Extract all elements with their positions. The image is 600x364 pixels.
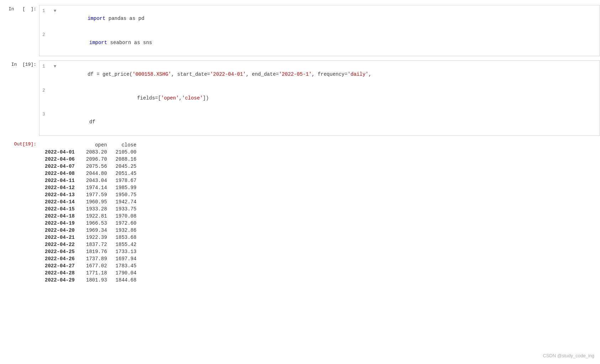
close-cell: 2045.25 <box>113 163 142 170</box>
open-cell: 1933.28 <box>83 205 113 213</box>
date-cell: 2022-04-29 <box>42 277 83 284</box>
date-cell: 2022-04-25 <box>42 248 83 255</box>
open-cell: 1737.89 <box>83 255 113 262</box>
dataframe-table: open close 2022-04-01 2083.20 2105.00 20… <box>42 141 142 284</box>
date-cell: 2022-04-18 <box>42 213 83 220</box>
date-cell: 2022-04-08 <box>42 170 83 177</box>
code-line: 3 df <box>42 110 597 134</box>
date-cell: 2022-04-14 <box>42 198 83 205</box>
table-row: 2022-04-18 1922.81 1970.08 <box>42 213 142 220</box>
cell-1: In [ ]: 1 ▼ import pandas as pd 2 import… <box>0 4 600 58</box>
close-cell: 1697.94 <box>113 255 142 262</box>
date-cell: 2022-04-13 <box>42 191 83 198</box>
code-line: 2 import seaborn as sns <box>42 31 597 54</box>
close-cell: 1853.68 <box>113 234 142 241</box>
open-cell: 1819.76 <box>83 248 113 255</box>
output-label: Out[19]: <box>0 140 39 147</box>
date-cell: 2022-04-07 <box>42 163 83 170</box>
open-cell: 2096.70 <box>83 156 113 163</box>
close-cell: 1933.75 <box>113 205 142 213</box>
notebook: In [ ]: 1 ▼ import pandas as pd 2 import… <box>0 0 600 291</box>
date-cell: 2022-04-12 <box>42 184 83 191</box>
table-header-row: open close <box>42 141 142 149</box>
open-cell: 1922.81 <box>83 213 113 220</box>
date-cell: 2022-04-20 <box>42 227 83 234</box>
open-cell: 1837.72 <box>83 241 113 248</box>
close-cell: 2105.00 <box>113 149 142 156</box>
close-cell: 1783.45 <box>113 262 142 269</box>
watermark: CSDN @study_code_ing <box>543 353 594 358</box>
output-cell: Out[19]: open close 2022-04-01 2083.20 2… <box>0 139 600 287</box>
open-cell: 2083.20 <box>83 149 113 156</box>
close-cell: 1855.42 <box>113 241 142 248</box>
table-row: 2022-04-21 1922.39 1853.68 <box>42 234 142 241</box>
table-row: 2022-04-22 1837.72 1855.42 <box>42 241 142 248</box>
table-row: 2022-04-25 1819.76 1733.13 <box>42 248 142 255</box>
close-cell: 1942.74 <box>113 198 142 205</box>
collapse-arrow-2[interactable]: ▼ <box>54 63 56 70</box>
close-cell: 1932.86 <box>113 227 142 234</box>
date-cell: 2022-04-27 <box>42 262 83 269</box>
close-cell: 1978.67 <box>113 177 142 184</box>
table-row: 2022-04-29 1801.93 1844.68 <box>42 277 142 284</box>
date-cell: 2022-04-19 <box>42 220 83 227</box>
close-cell: 1950.75 <box>113 191 142 198</box>
close-cell: 2051.45 <box>113 170 142 177</box>
open-cell: 1771.18 <box>83 269 113 277</box>
date-cell: 2022-04-21 <box>42 234 83 241</box>
output-area: open close 2022-04-01 2083.20 2105.00 20… <box>39 140 142 285</box>
close-cell: 1844.68 <box>113 277 142 284</box>
close-cell: 1790.04 <box>113 269 142 277</box>
close-cell: 1985.99 <box>113 184 142 191</box>
date-cell: 2022-04-22 <box>42 241 83 248</box>
table-row: 2022-04-01 2083.20 2105.00 <box>42 149 142 156</box>
open-cell: 2044.80 <box>83 170 113 177</box>
date-cell: 2022-04-06 <box>42 156 83 163</box>
table-row: 2022-04-07 2075.56 2045.25 <box>42 163 142 170</box>
table-row: 2022-04-27 1677.02 1783.45 <box>42 262 142 269</box>
cell-2-label: In [19]: <box>0 60 39 67</box>
open-cell: 1977.59 <box>83 191 113 198</box>
date-cell: 2022-04-28 <box>42 269 83 277</box>
open-cell: 2043.04 <box>83 177 113 184</box>
cell-1-label: In [ ]: <box>0 5 39 12</box>
open-cell: 1974.14 <box>83 184 113 191</box>
table-row: 2022-04-15 1933.28 1933.75 <box>42 205 142 213</box>
close-cell: 1972.60 <box>113 220 142 227</box>
table-row: 2022-04-19 1966.53 1972.60 <box>42 220 142 227</box>
cell-2: In [19]: 1 ▼ df = get_price('000158.XSHG… <box>0 59 600 137</box>
date-cell: 2022-04-01 <box>42 149 83 156</box>
code-line: 1 ▼ df = get_price('000158.XSHG', start_… <box>42 62 597 86</box>
open-cell: 1801.93 <box>83 277 113 284</box>
close-cell: 1970.08 <box>113 213 142 220</box>
code-line: 1 ▼ import pandas as pd <box>42 7 597 31</box>
table-row: 2022-04-20 1969.34 1932.86 <box>42 227 142 234</box>
table-row: 2022-04-13 1977.59 1950.75 <box>42 191 142 198</box>
date-cell: 2022-04-11 <box>42 177 83 184</box>
collapse-arrow[interactable]: ▼ <box>54 8 56 15</box>
table-row: 2022-04-28 1771.18 1790.04 <box>42 269 142 277</box>
date-cell: 2022-04-15 <box>42 205 83 213</box>
table-row: 2022-04-11 2043.04 1978.67 <box>42 177 142 184</box>
table-row: 2022-04-12 1974.14 1985.99 <box>42 184 142 191</box>
table-row: 2022-04-26 1737.89 1697.94 <box>42 255 142 262</box>
close-cell: 1733.13 <box>113 248 142 255</box>
open-cell: 1677.02 <box>83 262 113 269</box>
cell-2-content[interactable]: 1 ▼ df = get_price('000158.XSHG', start_… <box>39 60 600 136</box>
open-cell: 1960.95 <box>83 198 113 205</box>
open-cell: 1969.34 <box>83 227 113 234</box>
close-cell: 2088.16 <box>113 156 142 163</box>
table-row: 2022-04-08 2044.80 2051.45 <box>42 170 142 177</box>
table-row: 2022-04-14 1960.95 1942.74 <box>42 198 142 205</box>
date-cell: 2022-04-26 <box>42 255 83 262</box>
cell-1-content[interactable]: 1 ▼ import pandas as pd 2 import seaborn… <box>39 5 600 56</box>
open-cell: 2075.56 <box>83 163 113 170</box>
open-cell: 1966.53 <box>83 220 113 227</box>
table-row: 2022-04-06 2096.70 2088.16 <box>42 156 142 163</box>
code-line: 2 fields=['open','close']) <box>42 86 597 110</box>
open-cell: 1922.39 <box>83 234 113 241</box>
